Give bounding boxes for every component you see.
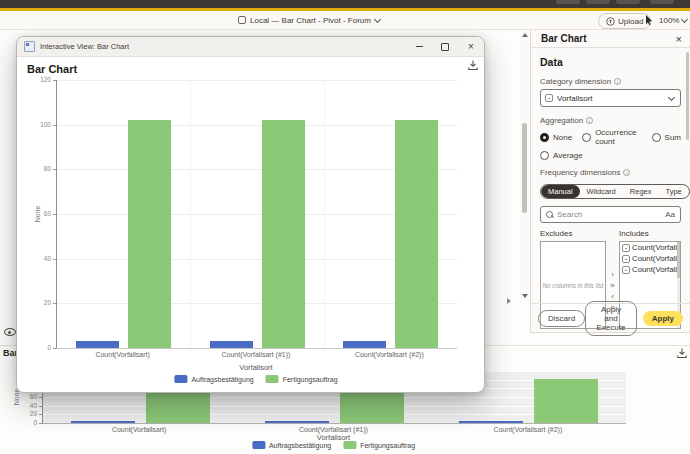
bar-auftragsbestaetigung[interactable] xyxy=(459,421,523,424)
download-icon[interactable] xyxy=(676,347,688,359)
interactive-view-dialog: Interactive View: Bar Chart × Bar Chart … xyxy=(16,36,485,393)
tab-wildcard[interactable]: Wildcard xyxy=(580,185,623,198)
vertical-scrollbar[interactable] xyxy=(520,30,529,301)
legend-label: Auftragsbestätigung xyxy=(191,376,253,383)
bar-auftragsbestaetigung[interactable] xyxy=(343,341,386,348)
legend-swatch xyxy=(266,375,279,383)
legend-item[interactable]: Fertigungsauftrag xyxy=(266,375,338,383)
scroll-right-arrow[interactable] xyxy=(507,298,511,304)
radio-icon xyxy=(540,133,549,142)
apply-and-execute-button[interactable]: Apply and Execute xyxy=(585,301,637,336)
panel-title: Bar Chart xyxy=(541,33,587,44)
cursor-pointer-icon xyxy=(645,15,654,26)
bar-auftragsbestaetigung[interactable] xyxy=(210,341,253,348)
bar-auftragsbestaetigung[interactable] xyxy=(76,341,119,348)
legend-swatch xyxy=(343,441,356,449)
y-tick-mark xyxy=(53,125,56,126)
case-sensitive-toggle[interactable]: Aa xyxy=(665,210,675,219)
column-type-icon xyxy=(545,94,553,102)
search-icon xyxy=(546,211,553,218)
scroll-down-arrow[interactable] xyxy=(522,294,528,298)
chevron-down-icon xyxy=(374,15,381,22)
info-icon: i xyxy=(614,78,621,85)
radio-icon xyxy=(540,151,549,160)
scroll-up-arrow[interactable] xyxy=(522,33,528,37)
bar-auftragsbestaetigung[interactable] xyxy=(265,421,329,424)
panel-scrollbar-thumb[interactable] xyxy=(686,52,689,140)
y-tick-mark xyxy=(53,348,56,349)
y-tick-mark xyxy=(53,214,56,215)
legend-item[interactable]: Auftragsbestätigung xyxy=(252,441,331,449)
tab-type[interactable]: Type xyxy=(658,185,688,198)
window-tab-ghost xyxy=(556,0,580,4)
bar-auftragsbestaetigung[interactable] xyxy=(71,421,135,424)
legend-item[interactable]: Auftragsbestätigung xyxy=(174,375,253,383)
search-input[interactable]: Search Aa xyxy=(540,206,681,223)
legend: AuftragsbestätigungFertigungsauftrag xyxy=(252,441,415,449)
excludes-label: Excludes xyxy=(540,229,606,238)
y-tick-mark xyxy=(39,423,42,424)
includes-item[interactable]: Count(Vorfallsart (#2)) xyxy=(620,264,680,275)
tab-regex[interactable]: Regex xyxy=(623,185,659,198)
gridline-vertical xyxy=(190,80,191,348)
radio-none[interactable]: None xyxy=(540,133,572,142)
y-axis-tick: 40 xyxy=(25,255,51,262)
radio-icon xyxy=(582,133,591,142)
upload-button[interactable]: Upload xyxy=(598,13,651,29)
window-tab-ghost xyxy=(616,0,640,4)
y-axis-title: None xyxy=(34,206,41,223)
y-axis-tick: 20 xyxy=(25,299,51,306)
legend-item[interactable]: Fertigungsauftrag xyxy=(343,441,415,449)
frequency-mode-tabs: Manual Wildcard Regex Type xyxy=(540,184,690,199)
bar-fertigungsauftrag[interactable] xyxy=(262,120,305,348)
radio-icon xyxy=(652,133,661,142)
aggregation-label: Aggregation i xyxy=(540,116,681,125)
y-axis-tick: 100 xyxy=(25,121,51,128)
eye-icon[interactable] xyxy=(4,328,16,336)
apply-button[interactable]: Apply xyxy=(643,311,683,326)
workflow-tab-label: Local — Bar Chart - Pivot - Forum xyxy=(250,16,371,25)
workflow-tab[interactable]: Local — Bar Chart - Pivot - Forum xyxy=(238,11,380,29)
move-all-right-button[interactable]: » xyxy=(610,281,614,290)
y-tick-mark xyxy=(53,303,56,304)
y-axis-tick: 120 xyxy=(25,76,51,83)
radio-occurrence-count[interactable]: Occurrence count xyxy=(582,128,641,146)
includes-item[interactable]: Count(Vorfallsart) xyxy=(620,242,680,253)
column-type-icon xyxy=(622,244,630,252)
info-icon: i xyxy=(586,117,593,124)
x-axis-label: Count(Vorfallsart (#2)) xyxy=(431,426,625,433)
tab-manual[interactable]: Manual xyxy=(541,185,580,198)
column-type-icon xyxy=(622,266,630,274)
close-icon[interactable]: × xyxy=(676,34,682,44)
y-tick-mark xyxy=(53,259,56,260)
move-right-button[interactable]: › xyxy=(611,270,614,279)
x-axis-label: Count(Vorfallsart (#2)) xyxy=(323,351,456,358)
y-axis-tick: 20 xyxy=(11,410,37,417)
gridline xyxy=(57,80,457,81)
legend-label: Auftragsbestätigung xyxy=(269,442,331,449)
plot-area xyxy=(56,80,457,349)
y-axis-tick: 80 xyxy=(25,165,51,172)
panel-header: Bar Chart × xyxy=(531,30,690,48)
legend-swatch xyxy=(174,375,187,383)
category-dimension-select[interactable]: Vorfallsort xyxy=(540,89,681,107)
x-axis-title: Vorfallsort xyxy=(56,363,456,372)
y-tick-mark xyxy=(53,169,56,170)
bar-fertigungsauftrag[interactable] xyxy=(128,120,171,348)
app-window: Local — Bar Chart - Pivot - Forum Upload… xyxy=(0,0,690,454)
y-tick-mark xyxy=(53,80,56,81)
radio-average[interactable]: Average xyxy=(540,151,583,160)
scrollbar-thumb[interactable] xyxy=(522,123,527,213)
y-axis-tick: 0 xyxy=(11,419,37,426)
bar-fertigungsauftrag[interactable] xyxy=(395,120,438,348)
dialog-bar-chart: Count(Vorfallsart)Count(Vorfallsart (#1)… xyxy=(17,37,484,392)
radio-sum[interactable]: Sum xyxy=(652,133,681,142)
bar-fertigungsauftrag[interactable] xyxy=(534,379,598,423)
upload-icon xyxy=(606,17,615,26)
y-tick-mark xyxy=(39,397,42,398)
discard-button[interactable]: Discard xyxy=(538,310,585,327)
legend-swatch xyxy=(252,441,265,449)
upload-label: Upload xyxy=(618,17,643,26)
includes-item[interactable]: Count(Vorfallsart (#1)) xyxy=(620,253,680,264)
zoom-control[interactable]: 100% xyxy=(659,11,687,29)
